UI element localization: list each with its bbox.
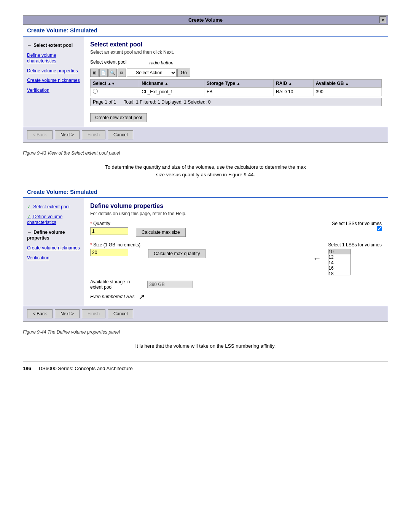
table-row: CL_Ext_pool_1 FB RAID 10 390 bbox=[91, 88, 382, 96]
col-available-gb: Available GB ▲ bbox=[313, 80, 381, 88]
pool-label-43: Select extent pool bbox=[90, 59, 126, 65]
required-star-size: * bbox=[90, 242, 92, 248]
storage-label: Available storage in extent pool bbox=[90, 279, 143, 290]
cancel-button-43[interactable]: Cancel bbox=[108, 130, 133, 139]
pagination-text: Page 1 of 1 bbox=[93, 99, 116, 105]
quantity-group: * Quantity bbox=[90, 221, 128, 235]
col-select: Select ▲▼ bbox=[91, 80, 139, 88]
cell-raid: RAID 10 bbox=[274, 88, 314, 96]
dialog-title-43: Create Volume bbox=[188, 17, 223, 23]
checkbox-wrapper bbox=[332, 226, 382, 232]
cell-nickname: CL_Ext_pool_1 bbox=[139, 88, 204, 96]
lss-option-18[interactable]: 18 bbox=[328, 271, 350, 275]
calc-max-qty-group: Calculate max quantity bbox=[144, 249, 206, 258]
calc-max-size-group: Calculate max size bbox=[132, 228, 186, 237]
section-heading-43: Select extent pool bbox=[90, 41, 382, 48]
content-area-44: Define volume properties For details on … bbox=[84, 198, 388, 306]
select-lss-label: Select LSSs for volumes bbox=[332, 221, 382, 226]
finish-button-44[interactable]: Finish bbox=[82, 309, 105, 318]
lss-option-16[interactable]: 16 bbox=[328, 265, 350, 271]
arrow-indicator: ← bbox=[313, 254, 321, 264]
sidebar-item-define-volume-characteristics[interactable]: Define volume characteristics bbox=[27, 53, 80, 64]
pagination-bar-43: Page 1 of 1 Total: 1 Filtered: 1 Display… bbox=[90, 98, 382, 106]
figure-44-container: Create Volume: Simulated ✓ Select extent… bbox=[23, 186, 388, 322]
page-number-line: 186 DS6000 Series: Concepts and Architec… bbox=[23, 361, 388, 371]
sidebar-item-44-select-extent-pool[interactable]: ✓ Select extent pool bbox=[27, 204, 80, 210]
lss-option-12[interactable]: 12 bbox=[328, 254, 350, 260]
button-bar-44: < Back Next > Finish Cancel bbox=[23, 306, 388, 321]
sidebar-item-verification[interactable]: Verification bbox=[27, 88, 80, 94]
cancel-button-44[interactable]: Cancel bbox=[108, 309, 133, 318]
filter-icon[interactable]: 🔍 bbox=[108, 69, 117, 77]
nav-arrow-43: → bbox=[27, 43, 32, 49]
calculate-max-quantity-button[interactable]: Calculate max quantity bbox=[148, 249, 206, 258]
caption-44: Figure 9-44 The Define volume properties… bbox=[23, 328, 388, 336]
check-icon-2: ✓ bbox=[27, 214, 31, 219]
finish-button-43[interactable]: Finish bbox=[82, 130, 105, 139]
next-button-43[interactable]: Next > bbox=[55, 130, 80, 139]
sidebar-item-define-volume-properties[interactable]: Define volume properties bbox=[27, 68, 80, 74]
copy-icon[interactable]: ⧉ bbox=[118, 69, 126, 77]
sidebar-item-44-define-volume-properties[interactable]: → Define volume properties bbox=[27, 230, 80, 241]
back-button-44[interactable]: < Back bbox=[27, 309, 53, 318]
content-area-43: Select extent pool Select an extent pool… bbox=[84, 37, 388, 127]
select-lss-checkbox[interactable] bbox=[377, 226, 382, 231]
curved-arrow-icon: ↗ bbox=[139, 292, 145, 301]
size-group: * Size (1 GB increments) bbox=[90, 242, 140, 256]
body-text-between: To determine the quantity and size of th… bbox=[23, 163, 388, 178]
select-1lss-label: Select 1 LSSs for volumes bbox=[328, 242, 382, 248]
col-nickname: Nickname ▲ bbox=[139, 80, 204, 88]
calculate-max-size-button[interactable]: Calculate max size bbox=[136, 228, 186, 237]
cell-storage-type: FB bbox=[204, 88, 274, 96]
lss-select-list[interactable]: 10 12 14 16 18 bbox=[328, 249, 351, 275]
sidebar-item-44-create-volume-nicknames[interactable]: Create volume nicknames bbox=[27, 245, 80, 251]
lss-option-14[interactable]: 14 bbox=[328, 260, 350, 265]
quantity-input[interactable] bbox=[90, 227, 128, 235]
create-new-extent-pool-button[interactable]: Create new extent pool bbox=[90, 113, 147, 122]
sidebar-nav-43: → Select extent pool Define volume chara… bbox=[23, 37, 84, 127]
total-info: Total: 1 Filtered: 1 Displayed: 1 Select… bbox=[124, 99, 210, 105]
page-icon[interactable]: 📄 bbox=[99, 69, 108, 77]
required-star-qty: * bbox=[90, 221, 92, 226]
dialog-body-44: ✓ Select extent pool ✓ Define volume cha… bbox=[23, 198, 388, 306]
storage-row: Available storage in extent pool bbox=[90, 279, 382, 290]
cell-available-gb: 390 bbox=[313, 88, 381, 96]
size-input[interactable] bbox=[90, 249, 128, 256]
nav-arrow-44: → bbox=[27, 230, 32, 236]
grid-icon[interactable]: ⊞ bbox=[90, 69, 99, 77]
even-lss-label: Even numbered LSSs bbox=[90, 294, 135, 299]
section-heading-44: Define volume properties bbox=[90, 203, 382, 209]
section-desc-43: Select an extent pool and then click Nex… bbox=[90, 50, 382, 55]
sidebar-item-create-volume-nicknames[interactable]: Create volume nicknames bbox=[27, 78, 80, 84]
next-button-44[interactable]: Next > bbox=[55, 309, 80, 318]
select-lss-group: Select LSSs for volumes bbox=[332, 221, 382, 232]
check-icon-1: ✓ bbox=[27, 204, 31, 209]
select-action-dropdown[interactable]: --- Select Action --- bbox=[127, 69, 177, 77]
lss-option-10[interactable]: 10 bbox=[328, 249, 350, 254]
figure-43-container: Create Volume x Create Volume: Simulated… bbox=[23, 15, 388, 143]
row-radio-button[interactable] bbox=[93, 89, 98, 94]
size-label: * Size (1 GB increments) bbox=[90, 242, 140, 248]
page-text: DS6000 Series: Concepts and Architecture bbox=[39, 366, 133, 371]
go-button[interactable]: Go bbox=[177, 69, 190, 77]
dialog-subtitle-44: Create Volume: Simulated bbox=[23, 186, 388, 198]
section-desc-44: For details on using this page, refer to… bbox=[90, 211, 382, 216]
back-button-43[interactable]: < Back bbox=[27, 130, 53, 139]
radio-button-label-43: radio button bbox=[149, 60, 173, 66]
sidebar-item-select-extent-pool[interactable]: → Select extent pool bbox=[27, 43, 80, 49]
sidebar-item-44-define-volume-characteristics[interactable]: ✓ Define volume characteristics bbox=[27, 214, 80, 226]
col-storage-type: Storage Type ▲ bbox=[204, 80, 274, 88]
caption-43: Figure 9-43 View of the Select extent po… bbox=[23, 149, 388, 157]
extent-pool-table: Select ▲▼ Nickname ▲ Storage Type ▲ RAID… bbox=[90, 79, 382, 96]
close-button-43[interactable]: x bbox=[379, 16, 386, 23]
sidebar-item-44-verification[interactable]: Verification bbox=[27, 255, 80, 261]
even-lss-row: Even numbered LSSs ↗ bbox=[90, 292, 382, 301]
create-pool-section: Create new extent pool bbox=[90, 110, 382, 122]
dialog-titlebar-43: Create Volume x bbox=[23, 16, 388, 25]
cell-select bbox=[91, 88, 139, 96]
storage-value-input bbox=[147, 281, 193, 288]
sidebar-nav-44: ✓ Select extent pool ✓ Define volume cha… bbox=[23, 198, 84, 306]
dialog-subtitle-43: Create Volume: Simulated bbox=[23, 25, 388, 37]
toolbar-row-43: ⊞ 📄 🔍 ⧉ --- Select Action --- Go bbox=[90, 69, 382, 77]
bottom-body-text: It is here that the volume will take on … bbox=[23, 342, 388, 350]
